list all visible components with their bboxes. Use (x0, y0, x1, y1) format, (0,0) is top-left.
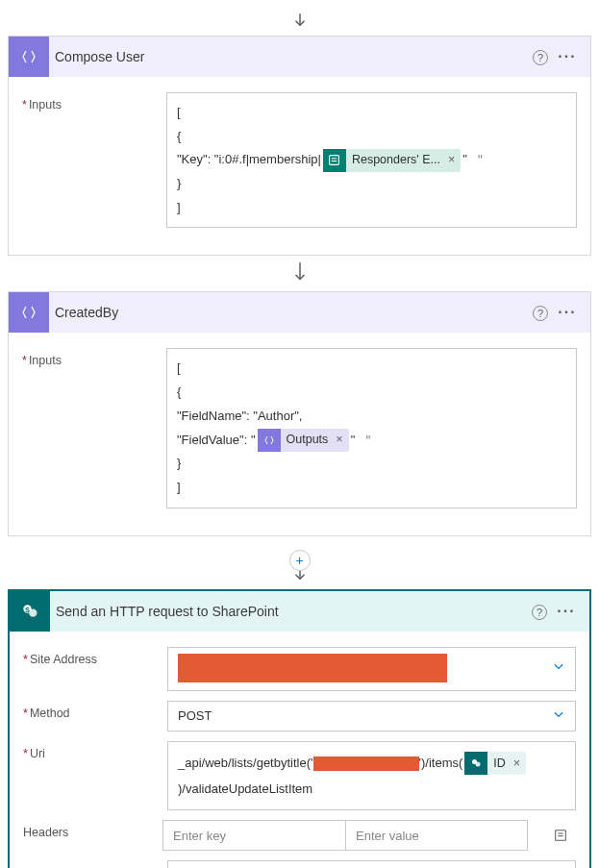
svg-point-7 (29, 608, 37, 616)
card-body: Inputs [ { "Key": "i:0#.f|membership| Re… (9, 77, 590, 255)
card-body: Inputs [ { "FieldName": "Author", "Field… (9, 333, 590, 534)
forms-icon (323, 149, 346, 172)
svg-rect-1 (330, 156, 339, 165)
card-title: Compose User (49, 49, 527, 64)
headers-label: Headers (23, 820, 162, 839)
add-step-button[interactable]: + (289, 550, 311, 571)
inputs-label: Inputs (22, 348, 166, 367)
action-card-http-sharepoint[interactable]: S Send an HTTP request to SharePoint ? ·… (8, 589, 591, 868)
help-icon[interactable]: ? (527, 304, 554, 321)
more-icon[interactable]: ··· (553, 603, 580, 620)
token-remove-icon[interactable]: × (513, 751, 520, 776)
uri-label: Uri (23, 741, 167, 760)
card-header[interactable]: Compose User ? ··· (9, 37, 590, 77)
svg-point-10 (476, 762, 481, 767)
body-field[interactable]: { "formValues": Outputs × , "bNewD (167, 860, 576, 868)
token-remove-icon[interactable]: × (448, 149, 455, 172)
more-icon[interactable]: ··· (554, 48, 581, 65)
action-card-compose-user[interactable]: Compose User ? ··· Inputs [ { "Key": "i:… (8, 36, 591, 256)
arrow-down-icon (291, 256, 309, 291)
card-title: Send an HTTP request to SharePoint (50, 604, 526, 619)
card-header[interactable]: S Send an HTTP request to SharePoint ? ·… (10, 591, 589, 632)
help-icon[interactable]: ? (527, 48, 554, 65)
sharepoint-icon: S (10, 591, 50, 632)
action-card-createdby[interactable]: CreatedBy ? ··· Inputs [ { "FieldName": … (8, 291, 591, 535)
method-label: Method (23, 701, 167, 720)
chevron-down-icon (552, 707, 565, 725)
svg-text:S: S (25, 605, 30, 613)
body-label: Body (23, 860, 167, 868)
help-icon[interactable]: ? (526, 603, 553, 620)
token-id[interactable]: ID × (464, 752, 526, 775)
redacted-value (313, 756, 419, 771)
inputs-field[interactable]: [ { "Key": "i:0#.f|membership| Responder… (166, 92, 577, 228)
token-outputs[interactable]: Outputs × (258, 429, 349, 452)
sharepoint-token-icon (464, 752, 487, 775)
redacted-value (178, 654, 447, 682)
inputs-field[interactable]: [ { "FieldName": "Author", "FieldValue":… (166, 348, 577, 508)
card-title: CreatedBy (49, 305, 527, 320)
header-key-input[interactable] (162, 820, 345, 851)
method-value: POST (178, 708, 212, 723)
compose-icon (9, 37, 49, 77)
method-select[interactable]: POST (167, 701, 576, 732)
headers-kv-row (162, 820, 576, 851)
svg-rect-2 (332, 159, 337, 160)
svg-rect-11 (556, 831, 566, 841)
header-value-input[interactable] (345, 820, 528, 851)
headers-text-mode-button[interactable] (545, 820, 576, 851)
inputs-label: Inputs (22, 92, 166, 112)
card-body: Site Address Method POST (10, 632, 589, 868)
chevron-down-icon (552, 659, 565, 677)
card-header[interactable]: CreatedBy ? ··· (9, 292, 590, 333)
compose-token-icon (258, 429, 281, 452)
site-address-select[interactable] (167, 647, 576, 691)
site-address-label: Site Address (23, 647, 167, 666)
flow-canvas: Compose User ? ··· Inputs [ { "Key": "i:… (8, 8, 591, 868)
uri-field[interactable]: _api/web/lists/getbytitle('')/items( ID … (167, 741, 576, 811)
more-icon[interactable]: ··· (554, 304, 581, 321)
svg-rect-3 (332, 161, 337, 161)
token-remove-icon[interactable]: × (336, 429, 342, 452)
compose-icon (9, 292, 49, 333)
arrow-down-icon (291, 8, 309, 36)
token-responders-email[interactable]: Responders' E... × (323, 149, 461, 172)
